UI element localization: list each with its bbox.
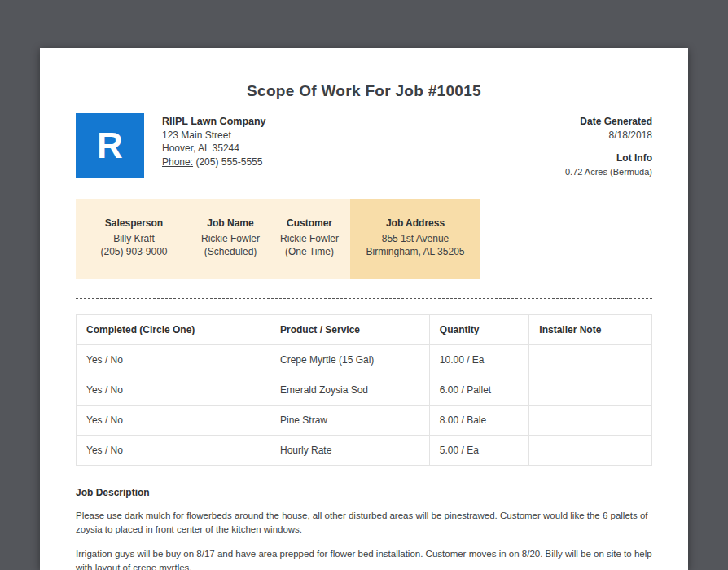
company-info: RIIPL Lawn Company 123 Main Street Hoove… bbox=[162, 113, 266, 178]
info-col-customer: Customer Rickie Fowler (One Time) bbox=[269, 200, 350, 279]
info-col-label: Customer bbox=[269, 217, 350, 230]
job-info-bar: Salesperson Billy Kraft (205) 903-9000 J… bbox=[76, 200, 480, 279]
lot-info-group: Lot Info 0.72 Acres (Bermuda) bbox=[565, 151, 652, 178]
company-name: RIIPL Lawn Company bbox=[162, 115, 266, 129]
info-col-label: Job Name bbox=[192, 217, 269, 230]
info-col-line2: (One Time) bbox=[269, 245, 350, 258]
lot-info-value: 0.72 Acres (Bermuda) bbox=[565, 165, 652, 179]
cell-quantity: 5.00 / Ea bbox=[429, 436, 529, 466]
info-col-salesperson: Salesperson Billy Kraft (205) 903-9000 bbox=[76, 200, 192, 279]
document-page: Scope Of Work For Job #10015 R RIIPL Law… bbox=[40, 48, 688, 570]
phone-value: (205) 555-5555 bbox=[195, 156, 262, 168]
date-generated-label: Date Generated bbox=[565, 115, 652, 129]
cell-quantity: 6.00 / Pallet bbox=[429, 375, 529, 406]
company-phone: Phone: (205) 555-5555 bbox=[162, 156, 266, 169]
info-col-label: Salesperson bbox=[76, 217, 192, 230]
cell-installer-note bbox=[529, 345, 652, 375]
info-col-line2: (Scheduled) bbox=[192, 245, 269, 258]
print-preview-backdrop: Scope Of Work For Job #10015 R RIIPL Law… bbox=[0, 48, 728, 570]
header-completed: Completed (Circle One) bbox=[77, 315, 270, 345]
cell-quantity: 10.00 / Ea bbox=[429, 345, 529, 375]
scope-of-work-table: Completed (Circle One) Product / Service… bbox=[76, 314, 652, 466]
table-row: Yes / No Pine Straw 8.00 / Bale bbox=[77, 406, 652, 436]
job-description-heading: Job Description bbox=[76, 487, 652, 498]
table-row: Yes / No Crepe Myrtle (15 Gal) 10.00 / E… bbox=[77, 345, 652, 375]
cell-product: Pine Straw bbox=[270, 406, 430, 436]
table-row: Yes / No Hourly Rate 5.00 / Ea bbox=[77, 436, 652, 466]
cell-product: Hourly Rate bbox=[270, 436, 430, 466]
cell-product: Emerald Zoysia Sod bbox=[270, 375, 430, 406]
logo-letter: R bbox=[97, 125, 123, 166]
page-title: Scope Of Work For Job #10015 bbox=[76, 82, 652, 100]
info-col-line1: 855 1st Avenue bbox=[350, 232, 480, 245]
cell-quantity: 8.00 / Bale bbox=[429, 406, 529, 436]
info-col-line2: (205) 903-9000 bbox=[76, 245, 192, 258]
info-col-line1: Rickie Fowler bbox=[269, 232, 350, 245]
job-description-section: Job Description Please use dark mulch fo… bbox=[76, 487, 652, 570]
table-header-row: Completed (Circle One) Product / Service… bbox=[77, 315, 652, 345]
document-meta: Date Generated 8/18/2018 Lot Info 0.72 A… bbox=[565, 113, 652, 178]
cell-installer-note bbox=[529, 375, 652, 406]
company-logo: R bbox=[76, 113, 144, 178]
document-header: R RIIPL Lawn Company 123 Main Street Hoo… bbox=[76, 113, 652, 178]
cell-completed: Yes / No bbox=[77, 375, 270, 406]
date-generated-value: 8/18/2018 bbox=[565, 129, 652, 142]
cell-completed: Yes / No bbox=[77, 436, 270, 466]
info-col-line1: Rickie Fowler bbox=[192, 232, 269, 245]
job-description-paragraph: Irrigation guys will be buy on 8/17 and … bbox=[76, 547, 652, 570]
company-address-line1: 123 Main Street bbox=[162, 129, 266, 142]
cell-installer-note bbox=[529, 436, 652, 466]
header-product-service: Product / Service bbox=[270, 315, 430, 345]
info-col-job-address: Job Address 855 1st Avenue Birmingham, A… bbox=[350, 200, 480, 279]
info-col-job-name: Job Name Rickie Fowler (Scheduled) bbox=[192, 200, 269, 279]
cell-installer-note bbox=[529, 406, 652, 436]
header-installer-note: Installer Note bbox=[529, 315, 652, 345]
info-col-line1: Billy Kraft bbox=[76, 232, 192, 245]
table-row: Yes / No Emerald Zoysia Sod 6.00 / Palle… bbox=[77, 375, 652, 406]
info-col-line2: Birmingham, AL 35205 bbox=[350, 245, 480, 258]
company-address-line2: Hoover, AL 35244 bbox=[162, 142, 266, 156]
cell-completed: Yes / No bbox=[77, 406, 270, 436]
phone-label: Phone: bbox=[162, 156, 193, 168]
dashed-divider bbox=[76, 298, 652, 299]
lot-info-label: Lot Info bbox=[565, 151, 652, 165]
cell-product: Crepe Myrtle (15 Gal) bbox=[270, 345, 430, 375]
date-generated-group: Date Generated 8/18/2018 bbox=[565, 115, 652, 142]
info-col-label: Job Address bbox=[350, 217, 480, 230]
header-quantity: Quantity bbox=[429, 315, 529, 345]
job-description-paragraph: Please use dark mulch for flowerbeds aro… bbox=[76, 509, 652, 537]
cell-completed: Yes / No bbox=[77, 345, 270, 375]
